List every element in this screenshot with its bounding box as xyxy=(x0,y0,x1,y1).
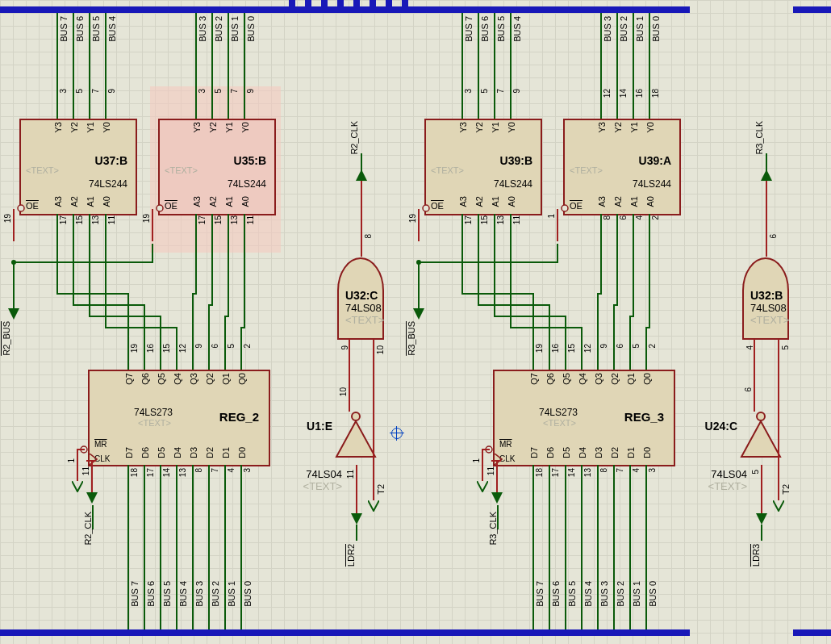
chip-name: REG_3 xyxy=(624,410,664,424)
origin-marker xyxy=(391,428,403,439)
svg-point-7 xyxy=(562,205,568,211)
placeholder: <TEXT> xyxy=(708,480,747,492)
inv-u1e[interactable] xyxy=(333,412,378,468)
chip-part: 74LS244 xyxy=(89,178,127,190)
placeholder: <TEXT> xyxy=(750,314,789,326)
placeholder: <TEXT> xyxy=(165,165,198,175)
svg-point-1 xyxy=(352,412,360,420)
chip-name: U37:B xyxy=(95,154,127,167)
chip-name: U35:B xyxy=(234,154,266,167)
bus-top xyxy=(0,6,690,13)
svg-point-4 xyxy=(18,205,24,211)
chip-name: U39:A xyxy=(639,154,671,167)
svg-marker-0 xyxy=(336,421,375,457)
chip-name: U39:B xyxy=(500,154,532,167)
placeholder: <TEXT> xyxy=(345,314,384,326)
inv-name: U1:E xyxy=(307,420,332,433)
chip-part: 74LS244 xyxy=(633,178,671,190)
bus-bot xyxy=(0,629,690,636)
svg-marker-2 xyxy=(741,421,780,457)
bus-bot xyxy=(793,629,831,636)
schematic-canvas[interactable]: U37:B 74LS244 <TEXT> OE U35:B 74LS244 <T… xyxy=(0,0,831,644)
chip-part: 74LS273 xyxy=(134,407,173,418)
placeholder: <TEXT> xyxy=(26,165,59,175)
placeholder: <TEXT> xyxy=(303,480,342,492)
inv-part: 74LS04 xyxy=(306,468,342,480)
gate-name: U32:B xyxy=(750,289,783,302)
bus-top xyxy=(793,6,831,13)
chip-name: REG_2 xyxy=(219,410,259,424)
svg-point-3 xyxy=(757,412,765,420)
placeholder: <TEXT> xyxy=(570,165,603,175)
inv-part: 74LS04 xyxy=(711,468,747,480)
svg-point-6 xyxy=(423,205,429,211)
chip-part: 74LS244 xyxy=(228,178,266,190)
chip-part: 74LS273 xyxy=(539,407,578,418)
inv-name: U24:C xyxy=(705,420,737,433)
gate-part: 74LS08 xyxy=(750,302,787,314)
chip-part: 74LS244 xyxy=(494,178,532,190)
svg-point-5 xyxy=(157,205,163,211)
placeholder: <TEXT> xyxy=(543,418,576,428)
placeholder: <TEXT> xyxy=(431,165,464,175)
gate-name: U32:C xyxy=(345,289,378,302)
placeholder: <TEXT> xyxy=(138,418,171,428)
gate-part: 74LS08 xyxy=(345,302,382,314)
inv-u24c[interactable] xyxy=(738,412,783,468)
